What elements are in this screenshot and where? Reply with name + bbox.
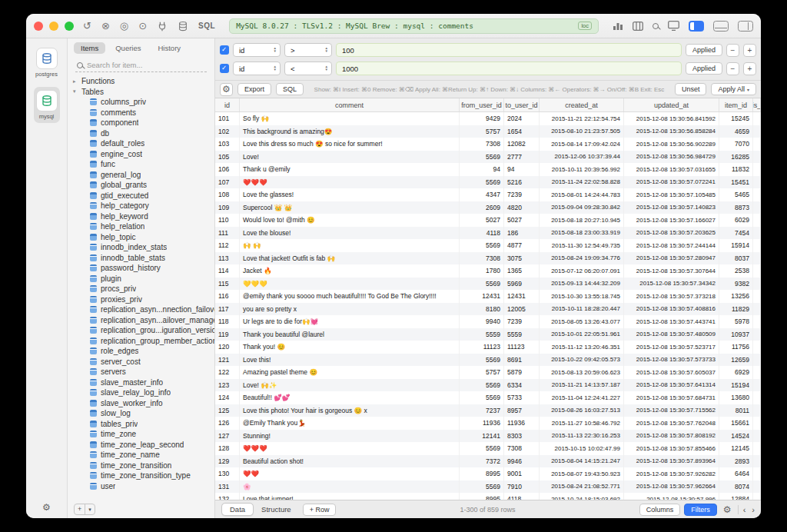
filter-enabled-checkbox[interactable]	[220, 45, 229, 55]
section-functions[interactable]: Functions	[73, 76, 214, 87]
sidebar-table-item[interactable]: default_roles	[73, 138, 214, 149]
table-row[interactable]: 120 Thank you! 😊 11123 11123 2015-11-12 …	[215, 341, 761, 354]
sidebar-table-item[interactable]: tables_priv	[73, 419, 214, 430]
sidebar-table-item[interactable]: server_cost	[73, 357, 214, 367]
columns-icon[interactable]	[633, 22, 643, 31]
monitor-icon[interactable]	[668, 21, 679, 31]
column-header-is[interactable]: is_	[753, 98, 761, 111]
record-icon[interactable]: ⊙	[138, 21, 147, 31]
sidebar-table-item[interactable]: component	[73, 118, 214, 128]
sidebar-table-item[interactable]: time_zone	[73, 429, 214, 440]
sidebar-table-item[interactable]: slave_master_info	[73, 377, 214, 388]
sidebar-table-item[interactable]: replication_asyn...ailover_managed	[73, 315, 214, 326]
filter-value-input[interactable]	[336, 43, 682, 57]
plug-icon[interactable]	[157, 21, 168, 32]
sidebar-table-item[interactable]: innodb_table_stats	[73, 253, 214, 264]
sidebar-table-item[interactable]: servers	[73, 367, 214, 377]
sidebar-table-item[interactable]: time_zone_transition_type	[73, 470, 214, 481]
sidebar-table-item[interactable]: proxies_priv	[73, 294, 214, 305]
sidebar-table-item[interactable]: global_grants	[73, 180, 214, 191]
column-header-updated-at[interactable]: updated_at	[624, 98, 719, 111]
chart-icon[interactable]	[613, 21, 623, 31]
table-row[interactable]: 123 Love! 🙌✨ 5569 6334 2015-11-21 14:13:…	[215, 379, 761, 392]
tab-items[interactable]: Items	[74, 42, 105, 54]
filter-value-input[interactable]	[336, 62, 682, 75]
export-button[interactable]: Export	[237, 83, 271, 95]
columns-button[interactable]: Columns	[639, 504, 681, 516]
table-row[interactable]: 105 Love! 5569 2777 2015-12-06 10:37:39.…	[215, 151, 761, 164]
add-row-button[interactable]: + Row	[303, 504, 337, 516]
sidebar-table-item[interactable]: procs_priv	[73, 284, 214, 294]
sql-editor-button[interactable]: SQL	[198, 22, 215, 30]
remove-filter-button[interactable]: −	[726, 62, 739, 75]
table-row[interactable]: 115 💛💛💛 5569 5969 2015-09-13 14:44:32.20…	[215, 278, 761, 291]
section-tables[interactable]: Tables	[73, 87, 214, 98]
sidebar-search-input[interactable]: Search for item...	[75, 58, 207, 72]
filter-operator-select[interactable]: <	[284, 62, 332, 75]
table-row[interactable]: 117 you are so pretty x 8180 12005 2015-…	[215, 303, 761, 316]
table-row[interactable]: 118 Ur legs are to die for🙌💓 9940 7239 2…	[215, 315, 761, 328]
sidebar-table-item[interactable]: db	[73, 128, 214, 139]
eye-icon[interactable]: ◎	[120, 21, 128, 31]
filter-settings-gear-icon[interactable]	[220, 83, 233, 96]
tab-data[interactable]: Data	[221, 503, 254, 516]
column-header-to-user-id[interactable]: to_user_id	[504, 98, 540, 111]
connection-postgres[interactable]: postgres	[33, 45, 60, 81]
remove-filter-button[interactable]: −	[726, 44, 739, 57]
toggle-right-panel-icon[interactable]	[738, 21, 753, 32]
table-row[interactable]: 131 🌸 5569 7910 2015-08-24 21:08:52.771 …	[215, 480, 761, 494]
filter-column-select[interactable]: id	[233, 43, 281, 57]
column-header-id[interactable]: id	[215, 98, 240, 111]
filter-enabled-checkbox[interactable]	[220, 64, 229, 73]
table-row[interactable]: 110 Would love to! @mith 😊 5027 5027 201…	[215, 214, 761, 227]
close-button[interactable]	[34, 22, 43, 31]
column-header-from-user-id[interactable]: from_user_id	[460, 98, 504, 111]
minimize-button[interactable]	[49, 22, 58, 31]
sidebar-table-item[interactable]: columns_priv	[73, 97, 214, 108]
table-row[interactable]: 122 Amazing pastel theme 😊 5757 5879 201…	[215, 366, 761, 379]
table-row[interactable]: 119 Thank you beautiful @laurel 5559 555…	[215, 328, 761, 341]
sidebar-table-item[interactable]: help_relation	[73, 221, 214, 232]
table-row[interactable]: 130 ❤️❤️ 8995 9001 2015-08-07 19:43:50.9…	[215, 467, 761, 480]
apply-all-button[interactable]: Apply All▾	[711, 83, 756, 95]
database-icon[interactable]	[178, 21, 188, 32]
sidebar-table-item[interactable]: help_keyword	[73, 211, 214, 222]
table-row[interactable]: 108 Love the glasses! 4347 7239 2015-08-…	[215, 188, 761, 201]
tab-history[interactable]: History	[151, 42, 188, 54]
applied-button[interactable]: Applied	[686, 44, 722, 56]
disconnect-icon[interactable]: ⊗	[101, 21, 110, 31]
table-row[interactable]: 106 Thank u @emily 94 94 2015-10-11 20:3…	[215, 163, 761, 176]
sidebar-table-item[interactable]: gtid_executed	[73, 191, 214, 201]
table-row[interactable]: 107 ❤️❤️❤️ 5569 5216 2015-11-24 22:02:58…	[215, 176, 761, 189]
sidebar-table-item[interactable]: comments	[73, 108, 214, 118]
column-header-item-id[interactable]: item_id	[719, 98, 753, 111]
table-row[interactable]: 128 ❤️❤️❤️ 5569 7308 2015-10-15 10:02:47…	[215, 442, 761, 455]
sidebar-table-item[interactable]: user	[73, 481, 214, 492]
table-row[interactable]: 113 Love that jacket! Outfit is fab 🙌 73…	[215, 252, 761, 265]
table-row[interactable]: 103 Love this dress so much 😍 so nice fo…	[215, 138, 761, 151]
sidebar-table-item[interactable]: password_history	[73, 263, 214, 274]
sidebar-table-item[interactable]: plugin	[73, 274, 214, 284]
next-page-icon[interactable]: ›	[752, 505, 755, 514]
filter-column-select[interactable]: id	[233, 62, 281, 75]
sidebar-table-item[interactable]: help_topic	[73, 232, 214, 243]
sidebar-table-item[interactable]: help_category	[73, 201, 214, 211]
table-row[interactable]: 112 🙌 🙌 5569 4877 2015-11-30 12:54:49.73…	[215, 239, 761, 252]
sidebar-table-item[interactable]: role_edges	[73, 346, 214, 357]
sidebar-table-item[interactable]: replication_group_member_actions	[73, 336, 214, 347]
settings-gear-icon[interactable]	[42, 500, 51, 514]
table-row[interactable]: 126 @Emily Thank you💃 11936 11936 2015-1…	[215, 417, 761, 430]
sidebar-table-item[interactable]: time_zone_name	[73, 450, 214, 461]
add-filter-button[interactable]: +	[743, 44, 756, 57]
column-header-comment[interactable]: comment	[240, 98, 460, 111]
refresh-icon[interactable]: ↺	[83, 21, 91, 31]
table-row[interactable]: 132 Love that jumper! 8995 4118 2015-10-…	[215, 493, 761, 500]
table-row[interactable]: 114 Jacket 🔥 1780 1365 2015-07-12 06:20:…	[215, 264, 761, 278]
add-item-button[interactable]: + ▾	[74, 504, 95, 515]
table-row[interactable]: 124 Beautiful!! 💕💕 5569 5733 2015-11-04 …	[215, 391, 761, 404]
sidebar-table-item[interactable]: time_zone_transition	[73, 461, 214, 471]
sidebar-table-item[interactable]: replication_grou...iguration_version	[73, 325, 214, 336]
sidebar-table-item[interactable]: func	[73, 159, 214, 170]
sidebar-table-item[interactable]: slave_worker_info	[73, 398, 214, 409]
filters-button[interactable]: Filters	[684, 504, 717, 516]
